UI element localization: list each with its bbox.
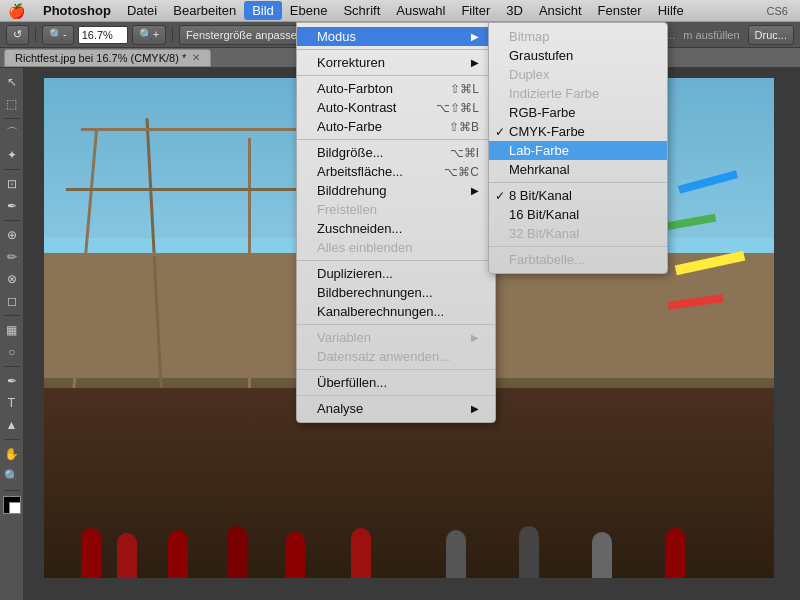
- menu-3d[interactable]: 3D: [498, 1, 531, 20]
- alles-einblenden-label: Alles einblenden: [317, 240, 412, 255]
- monk-5: [285, 532, 305, 578]
- menu-item-auto-kontrast[interactable]: Auto-Kontrast ⌥⇧⌘L: [297, 98, 495, 117]
- menu-item-mehrkanal[interactable]: Mehrkanal: [489, 160, 667, 179]
- menu-item-ueberfuellen[interactable]: Überfüllen...: [297, 373, 495, 392]
- apple-logo[interactable]: 🍎: [8, 3, 25, 19]
- menu-item-variablen[interactable]: Variablen ▶: [297, 328, 495, 347]
- menu-item-graustufen[interactable]: Graustufen: [489, 46, 667, 65]
- menu-item-bilddrehung[interactable]: Bilddrehung ▶: [297, 181, 495, 200]
- bild-sep-7: [297, 395, 495, 396]
- document-tab[interactable]: Richtfest.jpg bei 16.7% (CMYK/8) * ✕: [4, 49, 211, 67]
- menu-item-lab-farbe[interactable]: Lab-Farbe: [489, 141, 667, 160]
- tab-close-btn[interactable]: ✕: [192, 52, 200, 63]
- tool-sep-5: [4, 366, 20, 367]
- flag-red: [668, 294, 724, 310]
- tool-gradient[interactable]: ▦: [2, 320, 22, 340]
- menu-item-analyse[interactable]: Analyse ▶: [297, 399, 495, 418]
- fill-label: m ausfüllen: [683, 29, 739, 41]
- print-btn[interactable]: Druc...: [748, 25, 794, 45]
- menu-item-8bit[interactable]: ✓ 8 Bit/Kanal: [489, 186, 667, 205]
- menu-item-kanalberechnungen[interactable]: Kanalberechnungen...: [297, 302, 495, 321]
- modus-submenu[interactable]: Bitmap Graustufen Duplex Indizierte Farb…: [488, 22, 668, 274]
- variablen-label: Variablen: [317, 330, 371, 345]
- rgb-farbe-label: RGB-Farbe: [509, 105, 575, 120]
- bild-dropdown-menu[interactable]: Modus ▶ Korrekturen ▶ Auto-Farbton ⇧⌘L A…: [296, 22, 496, 423]
- kanalberechnungen-label: Kanalberechnungen...: [317, 304, 444, 319]
- menu-item-rgb-farbe[interactable]: RGB-Farbe: [489, 103, 667, 122]
- menu-item-arbeitsflaeche[interactable]: Arbeitsfläche... ⌥⌘C: [297, 162, 495, 181]
- tool-sep-1: [4, 118, 20, 119]
- tool-healing[interactable]: ⊕: [2, 225, 22, 245]
- menu-item-cmyk-farbe[interactable]: ✓ CMYK-Farbe: [489, 122, 667, 141]
- ueberfuellen-label: Überfüllen...: [317, 375, 387, 390]
- toolbar-sep-2: [172, 27, 173, 43]
- 32bit-label: 32 Bit/Kanal: [509, 226, 579, 241]
- lab-farbe-label: Lab-Farbe: [509, 143, 569, 158]
- tool-sep-6: [4, 439, 20, 440]
- menu-datei[interactable]: Datei: [119, 1, 165, 20]
- fit-window-btn[interactable]: Fenstergröße anpassen: [179, 25, 310, 45]
- tool-dodge[interactable]: ○: [2, 342, 22, 362]
- menu-ansicht[interactable]: Ansicht: [531, 1, 590, 20]
- menu-hilfe[interactable]: Hilfe: [650, 1, 692, 20]
- menu-item-bildberechnungen[interactable]: Bildberechnungen...: [297, 283, 495, 302]
- menu-photoshop[interactable]: Photoshop: [35, 1, 119, 20]
- tool-crop[interactable]: ⊡: [2, 174, 22, 194]
- tool-shape[interactable]: ▲: [2, 415, 22, 435]
- menu-auswahl[interactable]: Auswahl: [388, 1, 453, 20]
- person-2: [519, 526, 539, 578]
- tool-options-arrow[interactable]: ↺: [6, 25, 29, 45]
- menu-filter[interactable]: Filter: [453, 1, 498, 20]
- tool-eraser[interactable]: ◻: [2, 291, 22, 311]
- tool-magic-wand[interactable]: ✦: [2, 145, 22, 165]
- menu-item-duplex[interactable]: Duplex: [489, 65, 667, 84]
- tool-eyedropper[interactable]: ✒: [2, 196, 22, 216]
- monk-6: [351, 528, 371, 578]
- menu-item-bitmap[interactable]: Bitmap: [489, 27, 667, 46]
- menu-item-duplizieren[interactable]: Duplizieren...: [297, 264, 495, 283]
- modus-label: Modus: [317, 29, 356, 44]
- tool-hand[interactable]: ✋: [2, 444, 22, 464]
- monk-7: [665, 528, 685, 578]
- tool-marquee[interactable]: ⬚: [2, 94, 22, 114]
- menu-item-bildgroesse[interactable]: Bildgröße... ⌥⌘I: [297, 143, 495, 162]
- menu-item-auto-farbton[interactable]: Auto-Farbton ⇧⌘L: [297, 79, 495, 98]
- foreground-color[interactable]: [3, 496, 21, 514]
- menu-item-zuschneiden[interactable]: Zuschneiden...: [297, 219, 495, 238]
- tool-brush[interactable]: ✏: [2, 247, 22, 267]
- menu-schrift[interactable]: Schrift: [335, 1, 388, 20]
- mehrkanal-label: Mehrkanal: [509, 162, 570, 177]
- menu-item-32bit[interactable]: 32 Bit/Kanal: [489, 224, 667, 243]
- tool-clone[interactable]: ⊗: [2, 269, 22, 289]
- menu-fenster[interactable]: Fenster: [590, 1, 650, 20]
- menu-item-modus[interactable]: Modus ▶: [297, 27, 495, 46]
- menu-item-alles-einblenden[interactable]: Alles einblenden: [297, 238, 495, 257]
- menu-item-datensatz[interactable]: Datensatz anwenden...: [297, 347, 495, 366]
- menu-item-16bit[interactable]: 16 Bit/Kanal: [489, 205, 667, 224]
- menubar: 🍎 Photoshop Datei Bearbeiten Bild Ebene …: [0, 0, 800, 22]
- menu-item-korrekturen[interactable]: Korrekturen ▶: [297, 53, 495, 72]
- tool-lasso[interactable]: ⌒: [2, 123, 22, 143]
- zoom-input[interactable]: [78, 26, 128, 44]
- menu-item-freistellen[interactable]: Freistellen: [297, 200, 495, 219]
- menu-ebene[interactable]: Ebene: [282, 1, 336, 20]
- zoom-out-btn[interactable]: 🔍-: [42, 25, 74, 45]
- menu-bild[interactable]: Bild: [244, 1, 282, 20]
- tool-pen[interactable]: ✒: [2, 371, 22, 391]
- background-color[interactable]: [9, 502, 21, 514]
- menu-item-indizierte-farbe[interactable]: Indizierte Farbe: [489, 84, 667, 103]
- tool-move[interactable]: ↖: [2, 72, 22, 92]
- korrekturen-arrow-icon: ▶: [471, 57, 479, 68]
- variablen-arrow-icon: ▶: [471, 332, 479, 343]
- zoom-in-btn[interactable]: 🔍+: [132, 25, 166, 45]
- duplex-label: Duplex: [509, 67, 549, 82]
- bild-sep-6: [297, 369, 495, 370]
- monk-2: [117, 533, 137, 578]
- menu-item-farbtabelle[interactable]: Farbtabelle...: [489, 250, 667, 269]
- tool-type[interactable]: T: [2, 393, 22, 413]
- analyse-arrow-icon: ▶: [471, 403, 479, 414]
- tool-zoom[interactable]: 🔍: [2, 466, 22, 486]
- korrekturen-label: Korrekturen: [317, 55, 385, 70]
- menu-item-auto-farbe[interactable]: Auto-Farbe ⇧⌘B: [297, 117, 495, 136]
- menu-bearbeiten[interactable]: Bearbeiten: [165, 1, 244, 20]
